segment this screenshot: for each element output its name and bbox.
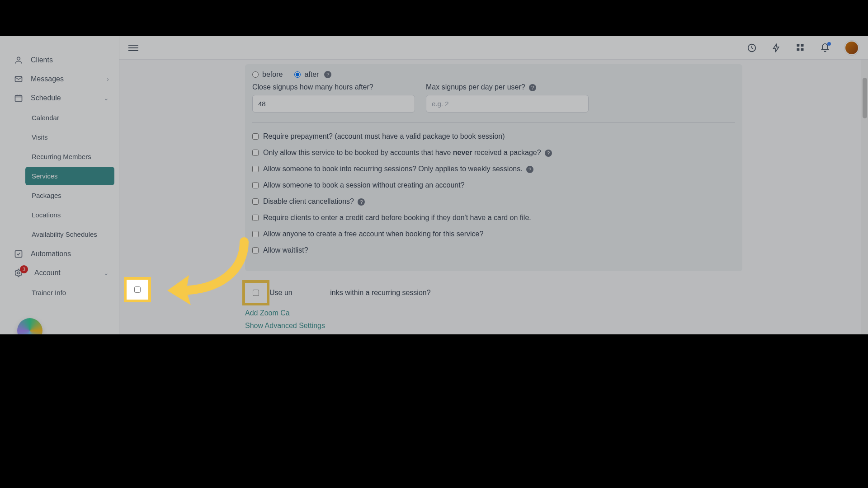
checkbox-credit-card[interactable] <box>252 215 259 221</box>
check-prepayment[interactable]: Require prepayment? (account must have a… <box>252 131 735 142</box>
check-unique-links-label: Use unique Zoom links within a recurring… <box>269 289 431 297</box>
svg-rect-7 <box>801 44 804 47</box>
help-icon[interactable]: ? <box>324 71 331 78</box>
chevron-down-icon: ⌄ <box>104 269 109 277</box>
close-signups-input[interactable] <box>252 95 415 113</box>
highlight-punch <box>127 280 146 300</box>
subnav-visits[interactable]: Visits <box>25 128 114 146</box>
highlight-box <box>245 283 267 303</box>
nav-automations-label: Automations <box>31 250 71 258</box>
subnav-recurring-members[interactable]: Recurring Members <box>25 147 114 166</box>
chevron-right-icon: › <box>107 75 109 83</box>
check-no-account-label: Allow someone to book a session without … <box>263 180 465 191</box>
sidebar: Clients Messages › Schedule ⌄ Calendar V… <box>0 36 119 334</box>
subnav-availability[interactable]: Availability Schedules <box>25 225 114 244</box>
never-pre-text: Only allow this service to be booked by … <box>263 149 453 156</box>
check-prepayment-label: Require prepayment? (account must have a… <box>263 131 505 142</box>
svg-rect-3 <box>15 251 22 258</box>
check-unique-links[interactable]: Use unique Zoom links within a recurring… <box>245 283 742 303</box>
check-credit-card-label: Require clients to enter a credit card b… <box>263 212 531 223</box>
menu-toggle-icon[interactable] <box>128 43 138 53</box>
check-disable-cancel[interactable]: Disable client cancellations? ? <box>252 196 735 207</box>
help-icon[interactable]: ? <box>529 84 536 91</box>
bell-icon[interactable] <box>820 43 830 53</box>
chevron-down-icon: ⌄ <box>104 94 109 102</box>
recurring-text: Allow someone to book into recurring ses… <box>263 165 523 173</box>
nav-clients[interactable]: Clients <box>0 51 119 70</box>
clock-icon[interactable] <box>747 43 757 53</box>
close-signups-label: Close signups how many hours after? <box>252 83 415 91</box>
radio-after-label: after <box>304 70 319 79</box>
max-signups-input[interactable] <box>426 95 589 113</box>
nav-account[interactable]: 3 Account ⌄ <box>0 263 119 282</box>
radio-before[interactable] <box>252 71 259 78</box>
subnav-trainer-info[interactable]: Trainer Info <box>25 283 114 302</box>
checkbox-prepayment[interactable] <box>252 133 259 140</box>
svg-rect-2 <box>15 95 22 101</box>
nav-messages-label: Messages <box>31 75 64 83</box>
check-free-account-label: Allow anyone to create a free account wh… <box>263 229 483 239</box>
help-icon[interactable]: ? <box>526 166 533 173</box>
check-waitlist-label: Allow waitlist? <box>263 245 308 256</box>
main-panel: before after ? Close signups how many ho… <box>119 36 868 334</box>
svg-point-4 <box>18 272 20 274</box>
avatar[interactable] <box>844 41 859 55</box>
check-recurring-label: Allow someone to book into recurring ses… <box>263 164 533 174</box>
highlight-box-overlay <box>127 280 148 300</box>
check-free-account[interactable]: Allow anyone to create a free account wh… <box>252 229 735 239</box>
nav-schedule-label: Schedule <box>31 94 61 102</box>
scrollbar-thumb[interactable] <box>863 78 867 118</box>
show-advanced-link[interactable]: Show Advanced Settings <box>245 322 742 330</box>
svg-rect-9 <box>801 48 804 51</box>
nav-automations[interactable]: Automations <box>0 244 119 263</box>
letterbox-bottom <box>0 334 868 488</box>
calendar-icon <box>14 93 24 103</box>
envelope-icon <box>14 74 24 84</box>
checkbox-no-account[interactable] <box>252 182 259 188</box>
subnav-services[interactable]: Services <box>25 167 114 185</box>
timing-radio-group: before after ? <box>252 70 735 79</box>
nav-schedule[interactable]: Schedule ⌄ <box>0 89 119 108</box>
check-credit-card[interactable]: Require clients to enter a credit card b… <box>252 212 735 223</box>
notification-dot-icon <box>827 42 831 46</box>
subnav-locations[interactable]: Locations <box>25 206 114 224</box>
checkbox-disable-cancel[interactable] <box>252 198 259 205</box>
check-recurring[interactable]: Allow someone to book into recurring ses… <box>252 164 735 174</box>
checkbox-unique-links-overlay[interactable] <box>134 286 141 293</box>
svg-rect-6 <box>797 44 800 47</box>
scrollbar-track[interactable] <box>861 60 868 334</box>
help-icon[interactable]: ? <box>358 198 365 206</box>
subnav-calendar[interactable]: Calendar <box>25 108 114 127</box>
check-never-package[interactable]: Only allow this service to be booked by … <box>252 147 735 158</box>
letterbox-top <box>0 0 868 36</box>
checkbox-unique-links[interactable] <box>253 290 259 296</box>
check-never-package-label: Only allow this service to be booked by … <box>263 147 552 158</box>
check-square-icon <box>14 249 24 259</box>
nav-messages[interactable]: Messages › <box>0 70 119 89</box>
person-icon <box>14 55 24 65</box>
gear-icon: 3 <box>14 268 24 278</box>
max-signups-field: Max signups per day per user? ? <box>426 83 589 113</box>
subnav-packages[interactable]: Packages <box>25 186 114 205</box>
check-no-account[interactable]: Allow someone to book a session without … <box>252 180 735 191</box>
account-badge: 3 <box>20 265 28 273</box>
radio-after[interactable] <box>294 71 301 78</box>
check-waitlist[interactable]: Allow waitlist? <box>252 245 735 256</box>
field-row: Close signups how many hours after? Max … <box>252 83 735 113</box>
never-bold-text: never <box>453 149 472 156</box>
never-post-text: received a package? <box>472 149 541 156</box>
topbar-actions <box>747 41 859 55</box>
service-form: before after ? Close signups how many ho… <box>245 60 742 334</box>
grid-icon[interactable] <box>796 43 806 53</box>
max-signups-label-text: Max signups per day per user? <box>426 83 525 91</box>
checkbox-recurring[interactable] <box>252 166 259 172</box>
account-submenu: Trainer Info <box>0 283 119 302</box>
help-icon[interactable]: ? <box>545 150 552 157</box>
checkbox-waitlist[interactable] <box>252 247 259 253</box>
checkbox-free-account[interactable] <box>252 231 259 237</box>
lightning-icon[interactable] <box>771 43 781 53</box>
divider <box>252 122 735 123</box>
add-zoom-link[interactable]: Add Zoom Ca <box>245 309 742 317</box>
checkbox-never-package[interactable] <box>252 150 259 156</box>
unique-pre-text: Use un <box>269 289 292 296</box>
